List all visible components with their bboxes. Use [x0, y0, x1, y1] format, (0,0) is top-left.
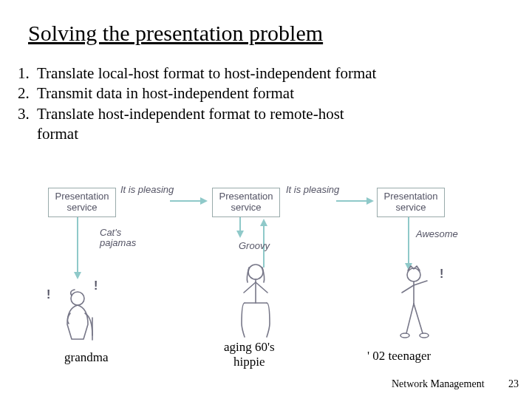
presentation-box-2: Presentationservice	[212, 188, 280, 217]
cats-pajamas-label: Cat'spajamas	[100, 228, 136, 249]
list-text-1: Translate local-host format to host-inde…	[37, 64, 532, 83]
svg-point-15	[407, 268, 420, 282]
diagram: Presentationservice Presentationservice …	[41, 185, 499, 355]
svg-point-16	[400, 333, 409, 338]
list-text-3b: format	[37, 124, 532, 144]
svg-point-17	[420, 333, 429, 338]
pbox-label: Presentationservice	[384, 191, 438, 213]
pbox-label: Presentationservice	[219, 191, 273, 213]
hippie-figure	[230, 260, 282, 343]
svg-point-12	[71, 292, 84, 305]
svg-marker-1	[74, 272, 81, 279]
pbox-label: Presentationservice	[55, 191, 109, 213]
presentation-box-1: Presentationservice	[48, 188, 116, 217]
presentation-box-3: Presentationservice	[377, 188, 445, 217]
footer: Network Management	[392, 378, 485, 390]
svg-point-14	[248, 265, 263, 279]
excl-1: !	[47, 288, 50, 301]
list-text-3: Translate host-independent format to rem…	[37, 104, 532, 124]
numbered-list: 1. Translate local-host format to host-i…	[0, 46, 532, 144]
svg-marker-7	[260, 219, 267, 226]
awesome-label: Awesome	[416, 229, 458, 239]
hippie-caption: aging 60'shippie	[224, 340, 275, 369]
list-num-1: 1.	[18, 64, 37, 83]
svg-marker-9	[366, 197, 374, 205]
slide-title: Solving the presentation problem	[0, 0, 532, 46]
list-text-2: Transmit data in host-independent format	[37, 83, 532, 103]
teen-figure	[389, 265, 438, 343]
svg-marker-3	[200, 197, 208, 205]
grandma-figure	[55, 288, 100, 344]
pleasing-label-1: It is pleasing	[120, 185, 174, 195]
list-num-2: 2.	[18, 83, 37, 103]
groovy-label: Groovy	[239, 241, 270, 251]
list-num-3: 3.	[18, 104, 37, 124]
teen-caption: ' 02 teenager	[367, 349, 431, 364]
excl-3: !	[440, 267, 443, 281]
svg-marker-5	[236, 231, 244, 238]
grandma-caption: grandma	[64, 350, 108, 365]
page-number: 23	[508, 378, 519, 390]
pleasing-label-2: It is pleasing	[286, 185, 339, 195]
